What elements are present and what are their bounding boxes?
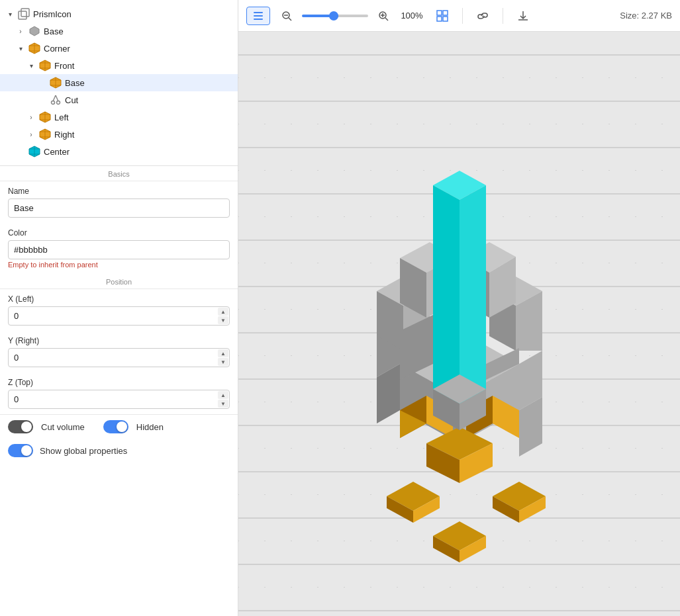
tree-label-base-selected: Base xyxy=(65,78,85,88)
svg-rect-31 xyxy=(254,12,263,13)
tree-item-center[interactable]: Center xyxy=(0,143,238,160)
tree-label-cut: Cut xyxy=(65,95,78,105)
download-btn[interactable] xyxy=(511,7,535,25)
canvas-area[interactable] xyxy=(238,32,680,616)
svg-rect-33 xyxy=(254,19,263,20)
zoom-percent: 100% xyxy=(399,11,425,21)
x-input-wrap: ▲ ▼ xyxy=(8,306,230,326)
prismicon-icon xyxy=(17,7,30,21)
svg-point-16 xyxy=(57,101,60,105)
tree-item-corner[interactable]: Corner xyxy=(0,40,238,57)
canvas-bg xyxy=(238,32,680,616)
name-group: Name xyxy=(0,181,238,223)
name-label: Name xyxy=(8,187,230,196)
tree-item-right[interactable]: Right xyxy=(0,126,238,143)
tree-item-base-root[interactable]: Base xyxy=(0,22,238,40)
chevron-icon xyxy=(26,62,36,69)
x-down-btn[interactable]: ▼ xyxy=(218,316,228,324)
x-up-btn[interactable]: ▲ xyxy=(218,308,228,316)
zoom-in-btn[interactable] xyxy=(372,7,395,24)
svg-rect-44 xyxy=(443,17,448,21)
zoom-slider[interactable] xyxy=(302,15,368,17)
y-up-btn[interactable]: ▲ xyxy=(218,349,228,357)
z-label: Z (Top) xyxy=(8,378,230,387)
front-icon xyxy=(38,59,52,72)
position-header: Position xyxy=(0,274,238,289)
chevron-icon xyxy=(16,28,25,35)
color-label: Color xyxy=(8,228,230,238)
z-up-btn[interactable]: ▲ xyxy=(218,391,228,399)
x-group: X (Left) ▲ ▼ xyxy=(0,289,238,331)
show-global-row: Show global properties xyxy=(0,439,238,465)
z-group: Z (Top) ▲ ▼ xyxy=(0,373,238,414)
cut-volume-toggle[interactable] xyxy=(8,420,33,433)
center-icon xyxy=(28,145,41,158)
svg-marker-85 xyxy=(460,185,486,404)
tree-item-base-selected[interactable]: Base xyxy=(0,74,238,91)
toolbar-separator xyxy=(462,8,463,24)
svg-rect-32 xyxy=(254,15,263,17)
svg-line-38 xyxy=(385,18,388,21)
x-input[interactable] xyxy=(8,306,230,326)
z-input[interactable] xyxy=(8,390,230,409)
list-view-btn[interactable] xyxy=(246,7,270,25)
color-input[interactable] xyxy=(8,240,230,259)
z-spinner: ▲ ▼ xyxy=(218,391,228,408)
svg-rect-43 xyxy=(437,17,442,21)
corner-icon xyxy=(28,42,41,55)
show-global-toggle[interactable] xyxy=(8,444,33,457)
y-spinner: ▲ ▼ xyxy=(218,349,228,366)
tree-area: PrismIcon Base Corner Front xyxy=(0,0,238,166)
tree-label-left: Left xyxy=(54,112,69,122)
svg-rect-1 xyxy=(21,9,29,17)
svg-line-35 xyxy=(289,18,291,21)
svg-marker-84 xyxy=(433,185,460,404)
right-icon xyxy=(38,128,52,141)
y-down-btn[interactable]: ▼ xyxy=(218,358,228,366)
cut-icon xyxy=(49,93,62,107)
zoom-control: 100% xyxy=(275,7,425,24)
svg-point-15 xyxy=(52,101,55,105)
link-btn[interactable] xyxy=(471,7,495,25)
y-label: Y (Right) xyxy=(8,336,230,345)
tree-label-prismicon: PrismIcon xyxy=(33,9,72,19)
hidden-toggle[interactable] xyxy=(103,420,128,433)
base-selected-icon xyxy=(49,76,62,89)
svg-rect-42 xyxy=(443,11,448,15)
zoom-out-btn[interactable] xyxy=(275,7,298,24)
tree-item-left[interactable]: Left xyxy=(0,109,238,126)
base-root-icon xyxy=(28,24,41,38)
y-input[interactable] xyxy=(8,348,230,367)
tree-label-right: Right xyxy=(54,130,74,140)
cut-volume-label: Cut volume xyxy=(41,422,85,432)
y-group: Y (Right) ▲ ▼ xyxy=(0,331,238,373)
name-input[interactable] xyxy=(8,198,230,218)
right-panel: 100% Size: 2.27 KB xyxy=(238,0,680,616)
chevron-icon xyxy=(26,131,36,138)
chevron-icon xyxy=(26,114,36,121)
color-group: Color Empty to inherit from parent xyxy=(0,223,238,274)
tree-label-center: Center xyxy=(44,147,70,157)
color-hint: Empty to inherit from parent xyxy=(8,261,230,269)
isometric-shape xyxy=(267,66,652,582)
x-label: X (Left) xyxy=(8,294,230,304)
grid-toggle-btn[interactable] xyxy=(430,7,454,25)
show-global-label: Show global properties xyxy=(40,446,127,456)
tree-item-front[interactable]: Front xyxy=(0,57,238,74)
svg-marker-2 xyxy=(30,26,39,36)
z-down-btn[interactable]: ▼ xyxy=(218,400,228,408)
svg-line-17 xyxy=(53,95,56,101)
toggles-row: Cut volume Hidden xyxy=(0,414,238,439)
svg-rect-0 xyxy=(19,11,26,19)
y-input-wrap: ▲ ▼ xyxy=(8,348,230,367)
tree-item-prismicon[interactable]: PrismIcon xyxy=(0,5,238,22)
basics-header: Basics xyxy=(0,166,238,181)
size-label: Size: 2.27 KB xyxy=(620,11,672,21)
z-input-wrap: ▲ ▼ xyxy=(8,390,230,409)
left-panel: PrismIcon Base Corner Front xyxy=(0,0,238,616)
tree-item-cut[interactable]: Cut xyxy=(0,91,238,109)
tree-label-base-root: Base xyxy=(44,26,64,36)
chevron-icon xyxy=(5,11,15,18)
toolbar: 100% Size: 2.27 KB xyxy=(238,0,680,32)
hidden-label: Hidden xyxy=(136,422,164,432)
